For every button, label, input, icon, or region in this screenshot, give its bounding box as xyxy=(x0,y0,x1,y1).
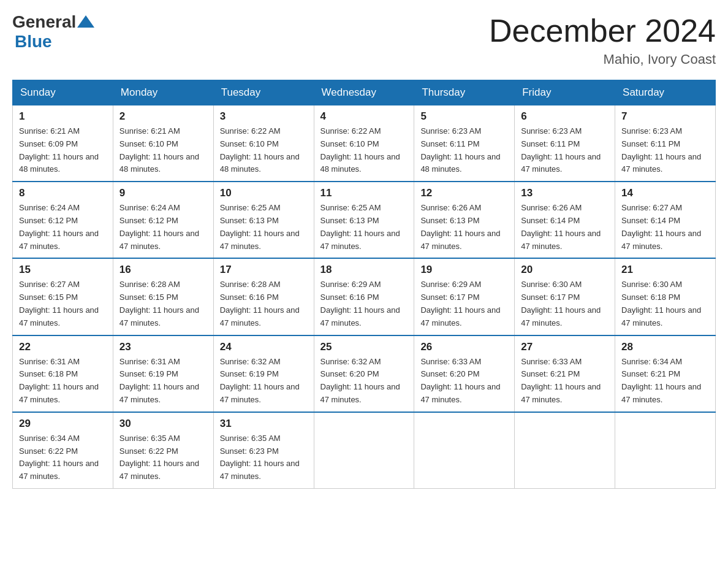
day-info: Sunrise: 6:34 AM Sunset: 6:22 PM Dayligh… xyxy=(19,432,107,483)
day-info: Sunrise: 6:29 AM Sunset: 6:17 PM Dayligh… xyxy=(420,278,508,329)
calendar-cell: 8 Sunrise: 6:24 AM Sunset: 6:12 PM Dayli… xyxy=(13,182,113,258)
day-info: Sunrise: 6:35 AM Sunset: 6:23 PM Dayligh… xyxy=(220,432,308,483)
day-number: 29 xyxy=(19,418,107,430)
header-wednesday: Wednesday xyxy=(314,80,414,105)
calendar-cell: 28 Sunrise: 6:34 AM Sunset: 6:21 PM Dayl… xyxy=(615,335,716,412)
calendar-cell: 31 Sunrise: 6:35 AM Sunset: 6:23 PM Dayl… xyxy=(213,412,314,489)
calendar-cell: 19 Sunrise: 6:29 AM Sunset: 6:17 PM Dayl… xyxy=(414,258,515,335)
day-number: 2 xyxy=(119,110,207,123)
calendar-cell: 29 Sunrise: 6:34 AM Sunset: 6:22 PM Dayl… xyxy=(13,412,113,489)
header-friday: Friday xyxy=(515,80,615,105)
header-monday: Monday xyxy=(113,80,213,105)
calendar-cell: 9 Sunrise: 6:24 AM Sunset: 6:12 PM Dayli… xyxy=(113,182,213,258)
calendar-cell: 17 Sunrise: 6:28 AM Sunset: 6:16 PM Dayl… xyxy=(213,258,314,335)
day-number: 25 xyxy=(320,341,408,353)
day-number: 8 xyxy=(19,187,107,199)
day-number: 15 xyxy=(19,264,107,276)
calendar-cell: 25 Sunrise: 6:32 AM Sunset: 6:20 PM Dayl… xyxy=(314,335,414,412)
calendar-cell xyxy=(314,412,414,489)
calendar-table: SundayMondayTuesdayWednesdayThursdayFrid… xyxy=(12,80,716,489)
day-number: 14 xyxy=(621,187,709,199)
day-number: 7 xyxy=(621,110,709,123)
day-info: Sunrise: 6:21 AM Sunset: 6:09 PM Dayligh… xyxy=(19,125,107,176)
day-info: Sunrise: 6:25 AM Sunset: 6:13 PM Dayligh… xyxy=(320,202,408,253)
logo-text-blue: Blue xyxy=(15,32,94,52)
calendar-cell: 15 Sunrise: 6:27 AM Sunset: 6:15 PM Dayl… xyxy=(13,258,113,335)
logo: General Blue xyxy=(12,12,94,52)
calendar-cell: 22 Sunrise: 6:31 AM Sunset: 6:18 PM Dayl… xyxy=(13,335,113,412)
day-number: 12 xyxy=(420,187,508,199)
day-info: Sunrise: 6:22 AM Sunset: 6:10 PM Dayligh… xyxy=(220,125,308,176)
day-info: Sunrise: 6:32 AM Sunset: 6:20 PM Dayligh… xyxy=(320,356,408,407)
day-number: 13 xyxy=(521,187,609,199)
calendar-cell: 7 Sunrise: 6:23 AM Sunset: 6:11 PM Dayli… xyxy=(615,105,716,182)
day-number: 3 xyxy=(220,110,308,123)
day-number: 20 xyxy=(521,264,609,276)
calendar-cell: 16 Sunrise: 6:28 AM Sunset: 6:15 PM Dayl… xyxy=(113,258,213,335)
header-sunday: Sunday xyxy=(13,80,113,105)
calendar-cell: 5 Sunrise: 6:23 AM Sunset: 6:11 PM Dayli… xyxy=(414,105,515,182)
day-number: 1 xyxy=(19,110,107,123)
day-info: Sunrise: 6:21 AM Sunset: 6:10 PM Dayligh… xyxy=(119,125,207,176)
calendar-cell: 26 Sunrise: 6:33 AM Sunset: 6:20 PM Dayl… xyxy=(414,335,515,412)
day-info: Sunrise: 6:31 AM Sunset: 6:18 PM Dayligh… xyxy=(19,356,107,407)
day-info: Sunrise: 6:34 AM Sunset: 6:21 PM Dayligh… xyxy=(621,356,709,407)
calendar-cell xyxy=(414,412,515,489)
calendar-header-row: SundayMondayTuesdayWednesdayThursdayFrid… xyxy=(13,80,716,105)
calendar-cell: 4 Sunrise: 6:22 AM Sunset: 6:10 PM Dayli… xyxy=(314,105,414,182)
calendar-week-row: 1 Sunrise: 6:21 AM Sunset: 6:09 PM Dayli… xyxy=(13,105,716,182)
day-number: 21 xyxy=(621,264,709,276)
day-info: Sunrise: 6:27 AM Sunset: 6:15 PM Dayligh… xyxy=(19,278,107,329)
calendar-cell xyxy=(515,412,615,489)
day-number: 4 xyxy=(320,110,408,123)
day-number: 26 xyxy=(420,341,508,353)
day-info: Sunrise: 6:24 AM Sunset: 6:12 PM Dayligh… xyxy=(119,202,207,253)
calendar-cell: 6 Sunrise: 6:23 AM Sunset: 6:11 PM Dayli… xyxy=(515,105,615,182)
calendar-week-row: 29 Sunrise: 6:34 AM Sunset: 6:22 PM Dayl… xyxy=(13,412,716,489)
day-info: Sunrise: 6:23 AM Sunset: 6:11 PM Dayligh… xyxy=(420,125,508,176)
day-info: Sunrise: 6:29 AM Sunset: 6:16 PM Dayligh… xyxy=(320,278,408,329)
calendar-cell xyxy=(615,412,716,489)
page-header: General Blue December 2024 Mahio, Ivory … xyxy=(12,12,716,67)
calendar-cell: 12 Sunrise: 6:26 AM Sunset: 6:13 PM Dayl… xyxy=(414,182,515,258)
day-number: 18 xyxy=(320,264,408,276)
day-number: 9 xyxy=(119,187,207,199)
day-number: 6 xyxy=(521,110,609,123)
calendar-cell: 3 Sunrise: 6:22 AM Sunset: 6:10 PM Dayli… xyxy=(213,105,314,182)
day-info: Sunrise: 6:33 AM Sunset: 6:20 PM Dayligh… xyxy=(420,356,508,407)
month-title: December 2024 xyxy=(489,12,716,49)
calendar-cell: 18 Sunrise: 6:29 AM Sunset: 6:16 PM Dayl… xyxy=(314,258,414,335)
day-number: 17 xyxy=(220,264,308,276)
calendar-cell: 23 Sunrise: 6:31 AM Sunset: 6:19 PM Dayl… xyxy=(113,335,213,412)
header-thursday: Thursday xyxy=(414,80,515,105)
day-info: Sunrise: 6:30 AM Sunset: 6:17 PM Dayligh… xyxy=(521,278,609,329)
day-info: Sunrise: 6:22 AM Sunset: 6:10 PM Dayligh… xyxy=(320,125,408,176)
calendar-cell: 11 Sunrise: 6:25 AM Sunset: 6:13 PM Dayl… xyxy=(314,182,414,258)
day-number: 27 xyxy=(521,341,609,353)
day-info: Sunrise: 6:23 AM Sunset: 6:11 PM Dayligh… xyxy=(621,125,709,176)
day-number: 11 xyxy=(320,187,408,199)
logo-text-general: General xyxy=(12,12,76,32)
calendar-cell: 20 Sunrise: 6:30 AM Sunset: 6:17 PM Dayl… xyxy=(515,258,615,335)
day-info: Sunrise: 6:28 AM Sunset: 6:16 PM Dayligh… xyxy=(220,278,308,329)
header-saturday: Saturday xyxy=(615,80,716,105)
calendar-cell: 14 Sunrise: 6:27 AM Sunset: 6:14 PM Dayl… xyxy=(615,182,716,258)
title-section: December 2024 Mahio, Ivory Coast xyxy=(489,12,716,67)
day-info: Sunrise: 6:32 AM Sunset: 6:19 PM Dayligh… xyxy=(220,356,308,407)
day-info: Sunrise: 6:24 AM Sunset: 6:12 PM Dayligh… xyxy=(19,202,107,253)
calendar-cell: 21 Sunrise: 6:30 AM Sunset: 6:18 PM Dayl… xyxy=(615,258,716,335)
day-number: 24 xyxy=(220,341,308,353)
header-tuesday: Tuesday xyxy=(213,80,314,105)
calendar-cell: 13 Sunrise: 6:26 AM Sunset: 6:14 PM Dayl… xyxy=(515,182,615,258)
day-info: Sunrise: 6:25 AM Sunset: 6:13 PM Dayligh… xyxy=(220,202,308,253)
calendar-cell: 10 Sunrise: 6:25 AM Sunset: 6:13 PM Dayl… xyxy=(213,182,314,258)
day-info: Sunrise: 6:23 AM Sunset: 6:11 PM Dayligh… xyxy=(521,125,609,176)
day-info: Sunrise: 6:33 AM Sunset: 6:21 PM Dayligh… xyxy=(521,356,609,407)
calendar-cell: 27 Sunrise: 6:33 AM Sunset: 6:21 PM Dayl… xyxy=(515,335,615,412)
day-number: 22 xyxy=(19,341,107,353)
logo-triangle-icon xyxy=(77,15,94,28)
calendar-week-row: 15 Sunrise: 6:27 AM Sunset: 6:15 PM Dayl… xyxy=(13,258,716,335)
calendar-cell: 24 Sunrise: 6:32 AM Sunset: 6:19 PM Dayl… xyxy=(213,335,314,412)
calendar-cell: 30 Sunrise: 6:35 AM Sunset: 6:22 PM Dayl… xyxy=(113,412,213,489)
day-info: Sunrise: 6:30 AM Sunset: 6:18 PM Dayligh… xyxy=(621,278,709,329)
